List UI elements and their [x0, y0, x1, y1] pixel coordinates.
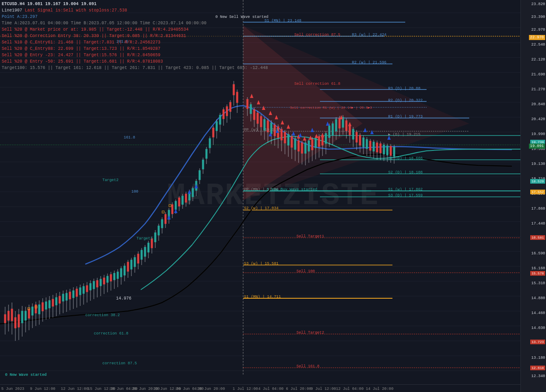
- svg-rect-32: [15, 317, 16, 328]
- time-jun12: 12 Jun 12:00: [61, 387, 89, 391]
- svg-rect-206: [318, 136, 320, 147]
- svg-rect-42: [32, 307, 33, 315]
- time-jun28: 28 Jun 20:00: [197, 387, 225, 391]
- svg-rect-106: [141, 250, 142, 259]
- svg-rect-52: [49, 300, 50, 308]
- svg-rect-100: [131, 260, 132, 269]
- svg-rect-216: [335, 119, 337, 131]
- point-a: Point A:23.297: [2, 14, 268, 20]
- svg-rect-28: [8, 311, 9, 320]
- time-jun9: 9 Jun 12:00: [30, 387, 55, 391]
- price-20840: 20.840: [531, 102, 545, 107]
- new-wave-text: 0 New Wave started: [5, 373, 46, 377]
- price-17440: 17.440: [531, 222, 545, 226]
- svg-rect-108: [144, 247, 146, 257]
- svg-rect-192: [294, 138, 296, 150]
- svg-rect-132: [185, 194, 187, 202]
- svg-rect-238: [373, 142, 375, 151]
- svg-rect-200: [308, 141, 310, 151]
- svg-rect-142: [202, 160, 204, 169]
- label-r3-d: R3 (D) | 20.88: [388, 86, 421, 91]
- svg-rect-102: [134, 257, 136, 267]
- svg-rect-186: [284, 132, 286, 143]
- svg-rect-166: [250, 104, 252, 114]
- svg-rect-58: [59, 296, 61, 303]
- svg-rect-78: [93, 281, 95, 289]
- info-panel: ETCUSD.H4 19.081 19.167 19.004 19.091 Li…: [2, 1, 268, 71]
- time-jul14: 14 Jul 20:00: [366, 387, 394, 391]
- svg-rect-281: [169, 205, 171, 207]
- price-16581-badge: 16.581: [530, 235, 545, 240]
- price-21270: 21.270: [531, 87, 545, 92]
- svg-rect-48: [42, 303, 44, 311]
- svg-rect-88: [110, 274, 112, 281]
- svg-rect-248: [390, 146, 392, 156]
- svg-rect-246: [386, 146, 388, 155]
- label-sell-100: Sell 100: [296, 269, 315, 274]
- svg-rect-126: [175, 201, 177, 210]
- label-s2-w: S2 (w) | 17.034: [244, 206, 279, 210]
- sell-line-2: Sell %20 @ Correction Entry 38: 20.339 |…: [2, 33, 268, 39]
- price-22540: 22.540: [531, 43, 545, 47]
- line-info: Line1907 Last Signal is:Sell with stoplo…: [2, 7, 268, 14]
- svg-rect-26: [4, 314, 6, 323]
- label-sell-corr-87: Sell correction 87.5: [294, 33, 340, 37]
- svg-rect-164: [247, 99, 248, 109]
- svg-rect-244: [383, 145, 385, 154]
- svg-rect-150: [216, 121, 218, 131]
- label-sell-target1: Sell Target1: [296, 234, 324, 239]
- svg-rect-62: [66, 293, 67, 300]
- last-signal: Last Signal is:Sell with stoploss:27.538: [25, 8, 127, 13]
- svg-rect-140: [199, 170, 200, 180]
- svg-rect-198: [305, 143, 306, 153]
- svg-rect-148: [212, 128, 214, 137]
- svg-rect-74: [86, 285, 88, 292]
- svg-rect-210: [325, 133, 327, 144]
- price-13723-badge: 13.723: [530, 340, 545, 344]
- label-sell-target2: Sell Target2: [296, 331, 324, 335]
- svg-rect-128: [178, 198, 180, 206]
- svg-rect-222: [346, 121, 347, 131]
- label-target2: Target2: [102, 178, 119, 182]
- svg-rect-92: [117, 272, 119, 279]
- svg-rect-170: [257, 113, 258, 124]
- svg-rect-218: [339, 118, 340, 128]
- time-jul12: 12 Jul 04:00: [336, 387, 364, 391]
- svg-rect-194: [298, 141, 299, 151]
- price-21690: 21.690: [531, 72, 545, 77]
- svg-rect-230: [359, 135, 361, 145]
- time-b: Time B:2023.07.05 12:00:00: [71, 21, 137, 26]
- svg-rect-168: [253, 110, 255, 120]
- svg-rect-118: [161, 219, 163, 228]
- time-jul6: 6 Jul 20:00: [286, 387, 311, 391]
- current-price-badge: 19.091: [529, 144, 545, 149]
- svg-rect-116: [158, 226, 160, 235]
- label-s3-d: S3 (D) | 17.559: [388, 193, 423, 198]
- price-14030: 14.030: [531, 326, 545, 330]
- svg-rect-162: [236, 92, 238, 103]
- price-14976-label: 14.976: [116, 296, 131, 301]
- sell-line-1: Sell %20 @ Market price or at: 19.985 ||…: [2, 26, 268, 33]
- svg-rect-236: [369, 141, 371, 150]
- price-12618-badge: 12.618: [530, 366, 545, 370]
- time-jul9: 9 Jul 12:00: [311, 387, 336, 391]
- symbol: ETCUSD.H4: [2, 2, 25, 6]
- price-17552-badge: 17.552: [530, 190, 545, 194]
- label-corr-87: correction 87.5: [102, 361, 137, 366]
- label-sell-corr-r1: Sell correction R1 (w) | 20.14▶ | 20.3▶3: [290, 106, 372, 110]
- price-13180: 13.180: [531, 356, 545, 360]
- svg-rect-82: [100, 279, 102, 286]
- svg-rect-84: [103, 278, 105, 284]
- svg-rect-38: [25, 311, 26, 320]
- svg-rect-64: [69, 292, 71, 299]
- svg-rect-188: [288, 134, 289, 145]
- chart-container: MARKETZISTE ETCUSD.H4 19.081 19.167 19.0…: [0, 0, 546, 392]
- svg-rect-160: [233, 84, 235, 95]
- price-15310: 15.310: [531, 281, 545, 285]
- svg-rect-36: [21, 311, 23, 323]
- label-s1-mn: S1 (MN) | 14.711: [244, 295, 281, 299]
- label-r3-mn: S1 (MN) | 23.148: [264, 19, 301, 23]
- svg-rect-234: [366, 139, 368, 149]
- candlesticks-left: [4, 81, 395, 341]
- price-22970-badge: 22.970: [529, 35, 545, 40]
